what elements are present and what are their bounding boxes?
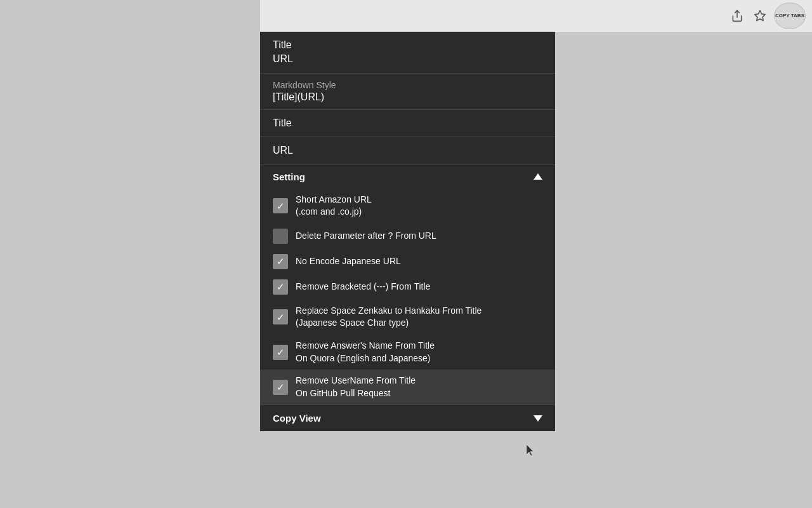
title-only-item[interactable]: Title [260, 110, 555, 137]
popup-panel: Title URL Markdown Style [Title](URL) Ti… [260, 32, 555, 431]
checkbox-remove-username-box: ✓ [273, 380, 288, 395]
markdown-style-value: [Title](URL) [273, 91, 542, 103]
url-text: URL [273, 52, 542, 66]
collapse-icon [534, 173, 542, 180]
setting-header[interactable]: Setting [260, 165, 555, 189]
svg-marker-1 [755, 11, 766, 21]
checkbox-no-encode-label: No Encode Japanese URL [296, 255, 401, 268]
markdown-style-item[interactable]: Markdown Style [Title](URL) [260, 74, 555, 109]
checkbox-replace-space-box: ✓ [273, 309, 288, 324]
expand-icon [534, 415, 542, 422]
cursor [527, 444, 534, 456]
checkbox-short-amazon[interactable]: ✓ Short Amazon URL (.com and .co.jp) [260, 189, 555, 224]
title-only-text: Title [273, 116, 542, 130]
checkbox-short-amazon-label: Short Amazon URL (.com and .co.jp) [296, 194, 372, 218]
markdown-style-label: Markdown Style [273, 80, 542, 90]
copy-view-text: Copy View [273, 413, 321, 424]
checkbox-short-amazon-box: ✓ [273, 198, 288, 213]
checkbox-remove-answers-label: Remove Answer's Name From Title On Quora… [296, 340, 435, 364]
checkbox-remove-bracketed-box: ✓ [273, 279, 288, 295]
copy-tabs-button[interactable]: COPY TABS [774, 3, 806, 29]
checkbox-remove-answers[interactable]: ✓ Remove Answer's Name From Title On Quo… [260, 335, 555, 370]
checkbox-no-encode[interactable]: ✓ No Encode Japanese URL [260, 249, 555, 274]
checkbox-remove-username-label: Remove UserName From Title On GitHub Pul… [296, 375, 416, 399]
checkbox-remove-username[interactable]: ✓ Remove UserName From Title On GitHub P… [260, 370, 555, 404]
checkbox-remove-bracketed-label: Remove Bracketed (---) From Title [296, 281, 430, 293]
url-only-text: URL [273, 144, 542, 157]
checkbox-delete-param-label: Delete Parameter after ? From URL [296, 230, 436, 243]
url-only-item[interactable]: URL [260, 137, 555, 164]
setting-header-text: Setting [273, 171, 305, 182]
checkbox-remove-bracketed[interactable]: ✓ Remove Bracketed (---) From Title [260, 274, 555, 300]
title-url-item[interactable]: Title URL [260, 32, 555, 73]
title-text: Title [273, 38, 542, 52]
checkbox-no-encode-box: ✓ [273, 254, 288, 269]
checkbox-delete-param-box [273, 229, 288, 244]
checkbox-replace-space[interactable]: ✓ Replace Space Zenkaku to Hankaku From … [260, 300, 555, 335]
bookmark-icon[interactable] [751, 7, 769, 25]
checkbox-replace-space-label: Replace Space Zenkaku to Hankaku From Ti… [296, 305, 481, 330]
browser-chrome: COPY TABS [260, 0, 812, 32]
checkbox-delete-param[interactable]: Delete Parameter after ? From URL [260, 224, 555, 249]
share-icon[interactable] [728, 7, 746, 25]
checkbox-remove-answers-box: ✓ [273, 345, 288, 360]
copy-view-footer[interactable]: Copy View [260, 404, 555, 431]
